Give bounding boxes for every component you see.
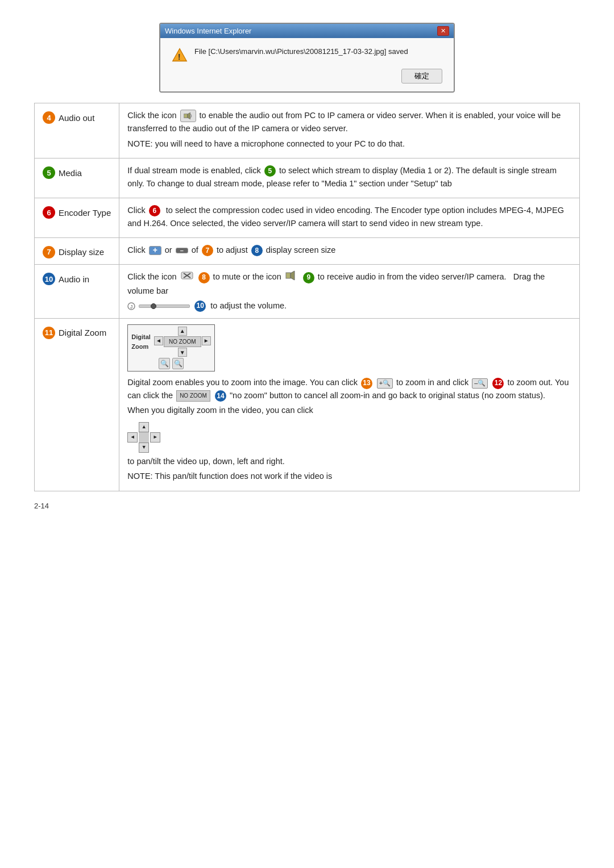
inline-badge-13: 13: [361, 378, 372, 389]
zoom-up-arrow[interactable]: ▲: [178, 327, 187, 336]
desc-cell-display: Click + or – of 7 to adjust 8 display sc…: [119, 237, 580, 264]
pan-up-button[interactable]: ▲: [139, 422, 149, 432]
table-row: 7 Display size Click + or – of 7 to adju…: [35, 237, 580, 264]
svg-text:J: J: [130, 304, 133, 310]
zoom-left-arrow[interactable]: ◄: [154, 336, 163, 345]
inline-badge-5: 5: [264, 165, 276, 177]
badge-5: 5: [43, 166, 55, 179]
badge-7: 7: [43, 246, 55, 258]
dialog-title-bar: Windows Internet Explorer ✕: [160, 24, 454, 38]
dialog-close-button[interactable]: ✕: [437, 26, 449, 36]
label-audio-in: Audio in: [59, 274, 89, 284]
label-cell: 6 Encoder Type: [35, 198, 119, 238]
zoom-right-arrow[interactable]: ►: [202, 336, 211, 345]
label-digital-zoom: Digital Zoom: [59, 328, 106, 337]
inline-badge-8: 8: [198, 272, 210, 283]
no-zoom-label: NO ZOOM: [164, 336, 201, 348]
dialog-title: Windows Internet Explorer: [165, 27, 251, 35]
desc-cell-media: If dual stream mode is enabled, click 5 …: [119, 158, 580, 198]
pan-right-button[interactable]: ►: [150, 432, 160, 443]
badge-6: 6: [43, 206, 55, 219]
table-row: 5 Media If dual stream mode is enabled, …: [35, 158, 580, 198]
desc-cell-digital-zoom: DigitalZoom ▲ ◄ NO ZOOM ► ▼: [119, 318, 580, 491]
zoom-out-mag-icon[interactable]: 🔍: [159, 358, 170, 369]
label-cell: 10 Audio in: [35, 265, 119, 318]
inline-badge-10: 10: [194, 301, 206, 312]
pan-middle-row: ◄ ►: [127, 432, 160, 443]
inline-badge-7: 7: [202, 245, 213, 256]
label-media: Media: [59, 168, 82, 178]
zoom-box-label: DigitalZoom: [131, 332, 151, 352]
no-zoom-button-inline: NO ZOOM: [176, 390, 210, 402]
inline-badge-14: 14: [215, 390, 226, 402]
svg-rect-7: [286, 273, 291, 278]
dialog-ok-row: 確定: [172, 69, 442, 86]
volume-bar-row: J 10 to adjust the volume.: [127, 299, 571, 312]
dialog-ok-button[interactable]: 確定: [401, 69, 442, 84]
table-row: 4 Audio out Click the icon to enable the…: [35, 103, 580, 158]
svg-text:!: !: [178, 52, 181, 61]
label-audio-out: Audio out: [59, 113, 94, 123]
label-encoder: Encoder Type: [59, 208, 111, 218]
badge-11: 11: [43, 327, 55, 339]
media-description: If dual stream mode is enabled, click 5 …: [127, 164, 571, 190]
pan-tilt-box: ▲ ◄ ► ▼: [127, 422, 160, 453]
digital-zoom-box: DigitalZoom ▲ ◄ NO ZOOM ► ▼: [127, 324, 214, 372]
volume-label: to adjust the volume.: [210, 299, 287, 312]
volume-bar-left-icon: J: [127, 302, 135, 310]
inline-badge-8-display: 8: [251, 245, 263, 256]
label-cell: 7 Display size: [35, 237, 119, 264]
plus-icon: +: [149, 246, 161, 255]
pan-down-button[interactable]: ▼: [139, 443, 149, 453]
inline-badge-12: 12: [492, 378, 504, 389]
label-cell: 4 Audio out: [35, 103, 119, 158]
table-row: 11 Digital Zoom DigitalZoom ▲ ◄: [35, 318, 580, 491]
desc-cell-encoder: Click 6 to select the compression codec …: [119, 198, 580, 238]
audio-out-description: Click the icon to enable the audio out f…: [127, 109, 571, 150]
zoom-out-btn: –🔍: [472, 378, 488, 389]
badge-4: 4: [43, 111, 55, 124]
pan-top-row: ▲: [139, 422, 149, 432]
audio-out-icon: [180, 110, 196, 122]
pan-left-button[interactable]: ◄: [127, 432, 138, 443]
zoom-in-btn: +🔍: [377, 378, 393, 389]
svg-marker-8: [291, 271, 294, 280]
desc-cell-audio-out: Click the icon to enable the audio out f…: [119, 103, 580, 158]
zoom-down-arrow[interactable]: ▼: [178, 348, 187, 357]
inline-badge-6: 6: [149, 205, 160, 216]
minus-icon: –: [176, 248, 188, 253]
table-row: 10 Audio in Click the icon 8 to mute: [35, 265, 580, 318]
label-display-size: Display size: [59, 247, 104, 257]
inline-badge-9: 9: [303, 272, 314, 283]
mute-icon: [181, 270, 193, 284]
display-description: Click + or – of 7 to adjust 8 display sc…: [127, 244, 571, 256]
dialog-body: ! File [C:\Users\marvin.wu\Pictures\2008…: [160, 38, 454, 91]
volume-icon: [285, 270, 298, 284]
digital-zoom-description: DigitalZoom ▲ ◄ NO ZOOM ► ▼: [127, 324, 571, 483]
zoom-in-mag-icon[interactable]: 🔍: [172, 358, 184, 369]
audio-in-description: Click the icon 8 to mute or the icon: [127, 270, 571, 312]
volume-thumb[interactable]: [151, 303, 156, 309]
label-cell: 5 Media: [35, 158, 119, 198]
dialog-message: ! File [C:\Users\marvin.wu\Pictures\2008…: [172, 47, 408, 63]
encoder-description: Click 6 to select the compression codec …: [127, 204, 571, 229]
dialog-message-text: File [C:\Users\marvin.wu\Pictures\200812…: [194, 47, 408, 56]
svg-rect-2: [184, 114, 187, 118]
volume-track[interactable]: [139, 304, 190, 308]
desc-cell-audio-in: Click the icon 8 to mute or the icon: [119, 265, 580, 318]
zoom-box-top: DigitalZoom ▲ ◄ NO ZOOM ► ▼: [131, 327, 210, 357]
features-table: 4 Audio out Click the icon to enable the…: [34, 103, 580, 491]
table-row: 6 Encoder Type Click 6 to select the com…: [35, 198, 580, 238]
label-cell: 11 Digital Zoom: [35, 318, 119, 491]
pan-center: [139, 432, 149, 443]
zoom-box-bottom: 🔍 🔍: [159, 358, 184, 369]
ie-dialog: Windows Internet Explorer ✕ ! File [C:\U…: [159, 23, 455, 93]
page-number: 2-14: [34, 502, 580, 510]
pan-bottom-row: ▼: [139, 443, 149, 453]
svg-marker-3: [187, 112, 190, 119]
warning-icon: !: [172, 47, 188, 63]
badge-10: 10: [43, 273, 55, 285]
